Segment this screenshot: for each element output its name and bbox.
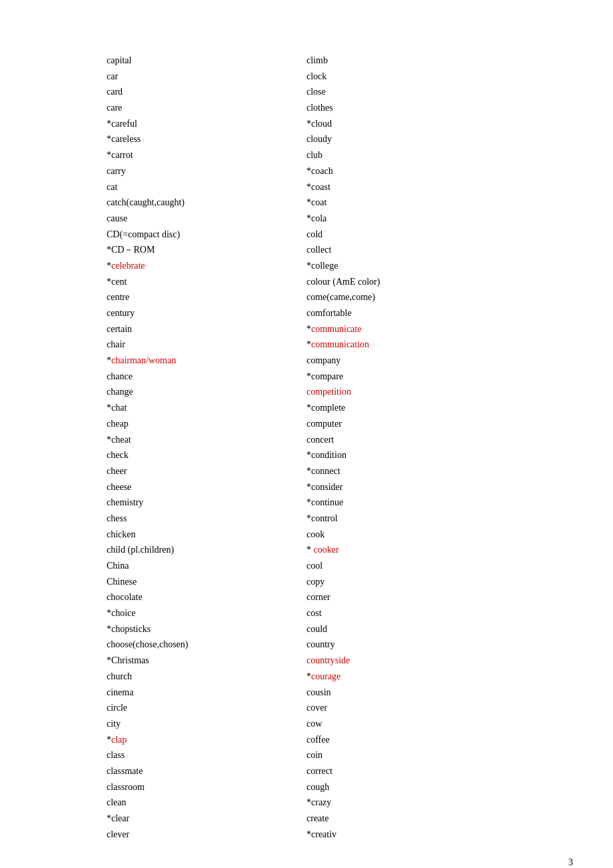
list-item: *condition — [306, 448, 506, 463]
list-item: copy — [306, 575, 506, 589]
list-item: China — [107, 559, 306, 573]
list-item: classmate — [107, 764, 306, 779]
list-item: cheese — [107, 480, 306, 495]
list-item: cheer — [107, 464, 306, 479]
list-item: could — [306, 622, 506, 637]
list-item: city — [107, 717, 306, 731]
list-item: cousin — [306, 685, 506, 700]
list-item: circle — [107, 701, 306, 715]
list-item: classroom — [107, 780, 306, 795]
list-item: centre — [107, 290, 306, 305]
list-item: chance — [107, 369, 306, 384]
list-item: chair — [107, 337, 306, 352]
list-item: choose(chose,chosen) — [107, 637, 306, 652]
list-item: *crazy — [306, 795, 506, 810]
list-item: *compare — [306, 369, 506, 384]
list-item: clock — [306, 69, 506, 84]
list-item: coin — [306, 748, 506, 763]
list-item: cause — [107, 211, 306, 226]
list-item: *creativ — [306, 827, 506, 842]
list-item: *careful — [107, 117, 306, 131]
list-item: check — [107, 448, 306, 463]
list-item: *consider — [306, 480, 506, 495]
list-item: colour (AmE color) — [306, 275, 506, 289]
list-item: *chat — [107, 401, 306, 415]
list-item: come(came,come) — [306, 290, 506, 305]
list-item: cover — [306, 701, 506, 715]
list-item: catch(caught,caught) — [107, 195, 306, 210]
list-item: *coat — [306, 195, 506, 210]
list-item: carry — [107, 164, 306, 179]
list-item: *carrot — [107, 148, 306, 163]
list-item: country — [306, 637, 506, 652]
list-item: * cooker — [306, 543, 506, 557]
list-item: corner — [306, 590, 506, 605]
list-item: cinema — [107, 685, 306, 700]
list-item: computer — [306, 417, 506, 431]
list-item: cloudy — [306, 132, 506, 147]
list-item: *complete — [306, 401, 506, 415]
list-item: *cheat — [107, 433, 306, 447]
list-item: cold — [306, 227, 506, 242]
list-item: *control — [306, 511, 506, 526]
list-item: *communicate — [306, 322, 506, 337]
list-item: *chairman/woman — [107, 353, 306, 368]
list-item: card — [107, 85, 306, 99]
list-item: chess — [107, 511, 306, 526]
list-item: change — [107, 385, 306, 399]
list-item: clothes — [306, 101, 506, 115]
list-item: cow — [306, 717, 506, 731]
list-item: church — [107, 669, 306, 684]
list-item: *clear — [107, 811, 306, 826]
list-item: coffee — [306, 733, 506, 747]
list-item: cat — [107, 180, 306, 195]
list-item: *continue — [306, 495, 506, 510]
list-item: cool — [306, 559, 506, 573]
list-item: *choice — [107, 606, 306, 621]
list-item: competition — [306, 385, 506, 399]
list-item: *college — [306, 259, 506, 273]
list-item: collect — [306, 243, 506, 257]
list-item: *chopsticks — [107, 622, 306, 637]
list-item: comfortable — [306, 306, 506, 321]
list-item: cost — [306, 606, 506, 621]
list-item: *cola — [306, 211, 506, 226]
list-item: concert — [306, 433, 506, 447]
list-item: *courage — [306, 669, 506, 684]
list-item: *clap — [107, 733, 306, 747]
list-item: *CD－ROM — [107, 243, 306, 257]
page-number: 3 — [568, 857, 573, 868]
list-item: chocolate — [107, 590, 306, 605]
list-item: *communication — [306, 337, 506, 352]
list-item: certain — [107, 322, 306, 337]
list-item: cook — [306, 527, 506, 542]
list-item: *cent — [107, 275, 306, 289]
list-item: countryside — [306, 653, 506, 668]
list-item: child (pl.children) — [107, 543, 306, 557]
list-item: correct — [306, 764, 506, 779]
list-item: climb — [306, 53, 506, 68]
list-item: century — [107, 306, 306, 321]
list-item: chemistry — [107, 495, 306, 510]
right-column: climbclockcloseclothes*cloudcloudyclub*c… — [306, 53, 506, 841]
list-item: *celebrate — [107, 259, 306, 273]
left-column: capitalcarcardcare*careful*careless*carr… — [107, 53, 306, 841]
list-item: *careless — [107, 132, 306, 147]
list-item: *connect — [306, 464, 506, 479]
list-item: *coast — [306, 180, 506, 195]
list-item: *coach — [306, 164, 506, 179]
list-item: capital — [107, 53, 306, 68]
list-item: CD(=compact disc) — [107, 227, 306, 242]
list-item: close — [306, 85, 506, 99]
list-item: company — [306, 353, 506, 368]
list-item: cough — [306, 780, 506, 795]
list-item: Chinese — [107, 575, 306, 589]
list-item: create — [306, 811, 506, 826]
list-item: chicken — [107, 527, 306, 542]
list-item: *cloud — [306, 117, 506, 131]
list-item: club — [306, 148, 506, 163]
list-item: clean — [107, 795, 306, 810]
list-item: cheap — [107, 417, 306, 431]
list-item: car — [107, 69, 306, 84]
list-item: clever — [107, 827, 306, 842]
